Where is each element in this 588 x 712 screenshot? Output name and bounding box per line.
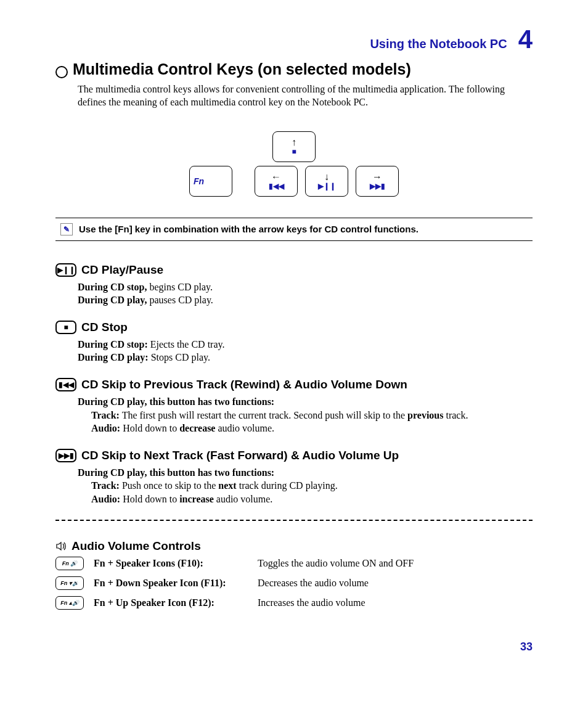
speaker-icon — [55, 541, 67, 552]
pp-line2-text: pauses CD play. — [147, 295, 213, 305]
previous-track-glyph-icon: ▮◀◀ — [269, 182, 284, 190]
next-intro: During CD play, this button has two func… — [78, 467, 274, 478]
stop-icon: ■ — [55, 321, 76, 334]
keycap-up: ↑ ■ — [272, 131, 316, 162]
prev-track-t1: The first push will restart the current … — [120, 410, 407, 420]
previous-track-icon: ▮◀◀ — [55, 378, 76, 391]
keycap-right: → ▶▶▮ — [356, 166, 399, 197]
section-play-pause: ▶❙❙ CD Play/Pause During CD stop, begins… — [55, 263, 533, 307]
volume-row-label: Fn + Up Speaker Icon (F12): — [94, 597, 248, 608]
note-icon: ✎ — [60, 223, 73, 235]
stop-line2-bold: During CD play: — [78, 352, 149, 362]
fn-label: Fn — [190, 176, 204, 186]
page-title: Multimedia Control Keys (on selected mod… — [73, 60, 411, 78]
volume-row: Fn ▾🔉 Fn + Down Speaker Icon (F11): Decr… — [55, 576, 533, 590]
prev-track-b: Track: — [91, 410, 120, 420]
stop-glyph-icon: ■ — [292, 147, 296, 156]
pp-line1-bold: During CD stop, — [78, 282, 147, 292]
prev-track-em: previous — [407, 410, 443, 420]
section-previous: ▮◀◀ CD Skip to Previous Track (Rewind) &… — [55, 378, 533, 435]
next-track-em: next — [218, 480, 236, 491]
arrow-down-icon: ↓ — [324, 172, 329, 182]
pp-line2-bold: During CD play, — [78, 295, 147, 305]
volume-row-desc: Decreases the audio volume — [258, 578, 369, 589]
next-audio-b: Audio: — [91, 494, 120, 504]
section-title-play-pause: CD Play/Pause — [81, 263, 163, 277]
next-track-b: Track: — [91, 480, 120, 491]
next-audio-em: increase — [179, 494, 214, 504]
section-title-previous: CD Skip to Previous Track (Rewind) & Aud… — [81, 378, 407, 391]
play-pause-glyph-icon: ▶❙❙ — [318, 182, 336, 190]
next-audio-t1: Hold down to — [120, 494, 179, 504]
section-title-stop: CD Stop — [81, 321, 128, 334]
arrow-up-icon: ↑ — [292, 137, 296, 147]
volume-row-desc: Increases the audio volume — [258, 597, 365, 608]
keycap-down: ↓ ▶❙❙ — [305, 166, 348, 197]
prev-intro: During CD play, this button has two func… — [78, 396, 274, 407]
prev-audio-t1: Hold down to — [120, 423, 179, 433]
arrow-right-icon: → — [372, 172, 382, 182]
keycap-fn: Fn — [189, 166, 232, 197]
stop-line1-bold: During CD stop: — [78, 339, 148, 350]
next-track-glyph-icon: ▶▶▮ — [370, 182, 385, 190]
next-track-t2: track during CD playing. — [237, 480, 338, 491]
stop-line1-text: Ejects the CD tray. — [148, 339, 225, 350]
section-title-volume: Audio Volume Controls — [71, 539, 201, 553]
fn-f10-icon: Fn 🔊 — [55, 557, 84, 570]
section-title-next: CD Skip to Next Track (Fast Forward) & A… — [81, 449, 399, 462]
volume-row-label: Fn + Down Speaker Icon (F11): — [94, 578, 248, 589]
pp-line1-text: begins CD play. — [147, 282, 213, 292]
arrow-left-icon: ← — [271, 172, 281, 182]
keycap-left: ← ▮◀◀ — [255, 166, 298, 197]
prev-audio-t2: audio volume. — [215, 423, 274, 433]
page-title-row: Multimedia Control Keys (on selected mod… — [55, 60, 533, 83]
page-number: 33 — [55, 640, 533, 653]
bullet-circle-icon — [55, 66, 68, 78]
prev-track-t2: track. — [443, 410, 468, 420]
section-next: ▶▶▮ CD Skip to Next Track (Fast Forward)… — [55, 449, 533, 506]
next-track-t1: Push once to skip to the — [120, 480, 218, 491]
note-text: Use the [Fn] key in combination with the… — [79, 224, 419, 234]
volume-row: Fn ▴🔊 Fn + Up Speaker Icon (F12): Increa… — [55, 596, 533, 610]
header-chapter-number: 4 — [518, 25, 533, 54]
header-section-title: Using the Notebook PC — [370, 37, 507, 51]
page-header: Using the Notebook PC 4 — [55, 25, 533, 54]
prev-audio-b: Audio: — [91, 423, 120, 433]
fn-f11-icon: Fn ▾🔉 — [55, 576, 84, 590]
stop-line2-text: Stops CD play. — [149, 352, 210, 362]
prev-audio-em: decrease — [179, 423, 215, 433]
volume-row-label: Fn + Speaker Icons (F10): — [94, 558, 248, 569]
play-pause-icon: ▶❙❙ — [55, 263, 76, 277]
dashed-divider — [55, 520, 533, 521]
next-track-icon: ▶▶▮ — [55, 449, 76, 462]
section-stop: ■ CD Stop During CD stop: Ejects the CD … — [55, 321, 533, 364]
section-volume: Audio Volume Controls Fn 🔊 Fn + Speaker … — [55, 539, 533, 610]
intro-paragraph: The multimedia control keys allows for c… — [78, 83, 533, 109]
keycap-diagram: ↑ ■ Fn ← ▮◀◀ ↓ ▶❙❙ → ▶▶▮ — [55, 128, 533, 197]
note-box: ✎ Use the [Fn] key in combination with t… — [55, 218, 533, 241]
volume-row: Fn 🔊 Fn + Speaker Icons (F10): Toggles t… — [55, 557, 533, 570]
volume-row-desc: Toggles the audio volume ON and OFF — [258, 558, 414, 569]
next-audio-t2: audio volume. — [214, 494, 273, 504]
fn-f12-icon: Fn ▴🔊 — [55, 596, 84, 610]
